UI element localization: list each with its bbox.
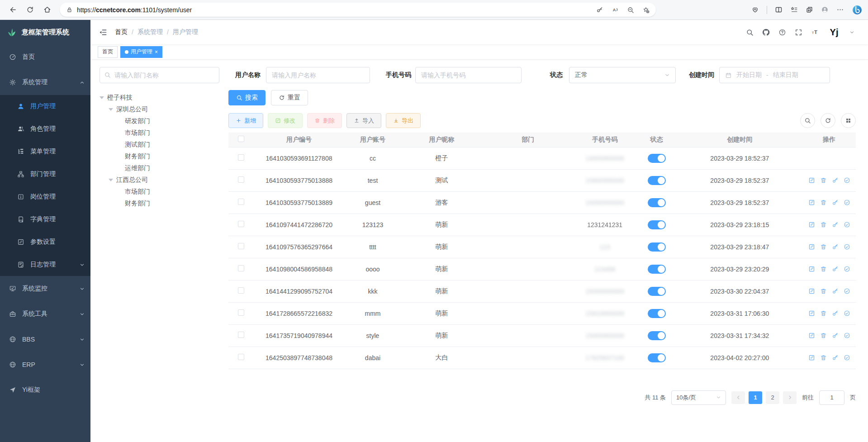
lock-icon[interactable] <box>66 6 73 13</box>
edit-icon[interactable] <box>808 354 815 361</box>
sidebar-item-岗位管理[interactable]: 岗位管理 <box>0 185 90 208</box>
chevron-down-icon[interactable] <box>849 30 854 35</box>
page-button-1[interactable]: 1 <box>749 391 762 404</box>
table-columns-button[interactable] <box>841 113 856 128</box>
help-icon[interactable] <box>778 29 786 36</box>
tree-node-财务部门[interactable]: 财务部门 <box>100 198 219 209</box>
search-icon[interactable] <box>746 29 754 36</box>
reset-password-icon[interactable] <box>832 243 839 250</box>
table-refresh-button[interactable] <box>821 113 835 128</box>
assign-icon[interactable] <box>844 177 850 184</box>
goto-page-input[interactable] <box>819 390 844 405</box>
close-icon[interactable]: × <box>155 49 158 55</box>
sidebar-item-用户管理[interactable]: 用户管理 <box>0 95 90 118</box>
font-size-icon[interactable]: TT <box>811 29 819 36</box>
export-button[interactable]: 导出 <box>386 113 421 128</box>
delete-icon[interactable] <box>820 221 827 228</box>
assign-icon[interactable] <box>844 266 850 272</box>
sidebar-item-角色管理[interactable]: 角色管理 <box>0 118 90 140</box>
fullscreen-icon[interactable] <box>795 29 802 36</box>
delete-icon[interactable] <box>820 199 827 206</box>
row-checkbox[interactable] <box>238 243 244 249</box>
sidebar-item-参数设置[interactable]: 参数设置 <box>0 231 90 253</box>
edit-icon[interactable] <box>808 266 815 272</box>
refresh-icon[interactable] <box>23 3 37 17</box>
tree-node-市场部门[interactable]: 市场部门 <box>100 127 219 139</box>
address-bar[interactable]: https://ccnetcore.com:1101/system/user A <box>60 3 656 17</box>
delete-icon[interactable] <box>820 332 827 339</box>
favorites-bar-icon[interactable] <box>790 6 798 14</box>
tree-node-运维部门[interactable]: 运维部门 <box>100 162 219 174</box>
collections-icon[interactable] <box>806 6 813 14</box>
row-checkbox[interactable] <box>238 287 244 294</box>
tree-node-市场部门[interactable]: 市场部门 <box>100 186 219 198</box>
sidebar-item-Yi框架[interactable]: Yi框架 <box>0 377 90 403</box>
sidebar-item-字典管理[interactable]: 字典管理 <box>0 208 90 231</box>
add-button[interactable]: 新增 <box>228 113 263 128</box>
edit-icon[interactable] <box>808 288 815 295</box>
assign-icon[interactable] <box>844 354 850 361</box>
edit-icon[interactable] <box>808 177 815 184</box>
delete-button[interactable]: 删除 <box>307 113 342 128</box>
row-checkbox[interactable] <box>238 176 244 183</box>
tree-node-深圳总公司[interactable]: 深圳总公司 <box>100 104 219 115</box>
search-button[interactable]: 搜索 <box>228 90 266 105</box>
edit-icon[interactable] <box>808 243 815 250</box>
read-aloud-icon[interactable]: A <box>612 6 619 14</box>
tab-首页[interactable]: 首页 <box>98 46 118 58</box>
reset-password-icon[interactable] <box>832 221 839 228</box>
import-button[interactable]: 导入 <box>346 113 381 128</box>
row-checkbox[interactable] <box>238 265 244 271</box>
delete-icon[interactable] <box>820 177 827 184</box>
row-checkbox[interactable] <box>238 199 244 205</box>
tree-expand-caret[interactable] <box>109 108 113 111</box>
status-toggle[interactable] <box>648 154 666 163</box>
sidebar-item-首页[interactable]: 首页 <box>0 44 90 70</box>
reset-button[interactable]: 重置 <box>271 90 308 105</box>
row-checkbox[interactable] <box>238 154 244 161</box>
assign-icon[interactable] <box>844 310 850 317</box>
status-toggle[interactable] <box>648 287 666 296</box>
delete-icon[interactable] <box>820 243 827 250</box>
reset-password-icon[interactable] <box>832 177 839 184</box>
zoom-out-icon[interactable] <box>627 6 634 14</box>
split-screen-icon[interactable] <box>775 6 783 14</box>
edit-icon[interactable] <box>808 310 815 317</box>
avatar[interactable]: Yj <box>827 25 841 39</box>
delete-icon[interactable] <box>820 354 827 361</box>
row-checkbox[interactable] <box>238 221 244 227</box>
tree-expand-caret[interactable] <box>109 179 113 181</box>
row-checkbox[interactable] <box>238 309 244 316</box>
delete-icon[interactable] <box>820 288 827 295</box>
tree-node-橙子科技[interactable]: 橙子科技 <box>100 92 219 104</box>
sidebar-item-系统监控[interactable]: 系统监控 <box>0 276 90 301</box>
status-toggle[interactable] <box>648 331 666 340</box>
assign-icon[interactable] <box>844 288 850 295</box>
phone-input[interactable] <box>415 67 522 83</box>
profile-icon[interactable] <box>821 6 829 14</box>
prev-page-button[interactable] <box>731 391 745 404</box>
page-size-select[interactable]: 10条/页 <box>671 390 726 405</box>
sidebar-toggle-icon[interactable] <box>99 28 107 37</box>
dept-search-input[interactable] <box>100 67 219 83</box>
tab-用户管理[interactable]: 用户管理× <box>120 46 162 58</box>
edit-button[interactable]: 修改 <box>268 113 303 128</box>
sidebar-item-日志管理[interactable]: 日志管理 <box>0 253 90 276</box>
tree-node-财务部门[interactable]: 财务部门 <box>100 151 219 162</box>
status-toggle[interactable] <box>648 176 666 185</box>
reset-password-icon[interactable] <box>832 266 839 272</box>
add-favorite-icon[interactable] <box>642 6 650 14</box>
date-range-picker[interactable]: 开始日期 - 结束日期 <box>719 67 830 83</box>
more-icon[interactable] <box>836 6 844 14</box>
edit-icon[interactable] <box>808 199 815 206</box>
next-page-button[interactable] <box>783 391 797 404</box>
select-all-checkbox[interactable] <box>238 136 244 142</box>
tree-node-测试部门[interactable]: 测试部门 <box>100 139 219 151</box>
status-toggle[interactable] <box>648 242 666 252</box>
status-select[interactable]: 正常 <box>569 67 676 83</box>
row-checkbox[interactable] <box>238 332 244 338</box>
delete-icon[interactable] <box>820 266 827 272</box>
username-input[interactable] <box>266 67 370 83</box>
reset-password-icon[interactable] <box>832 199 839 206</box>
row-checkbox[interactable] <box>238 354 244 360</box>
